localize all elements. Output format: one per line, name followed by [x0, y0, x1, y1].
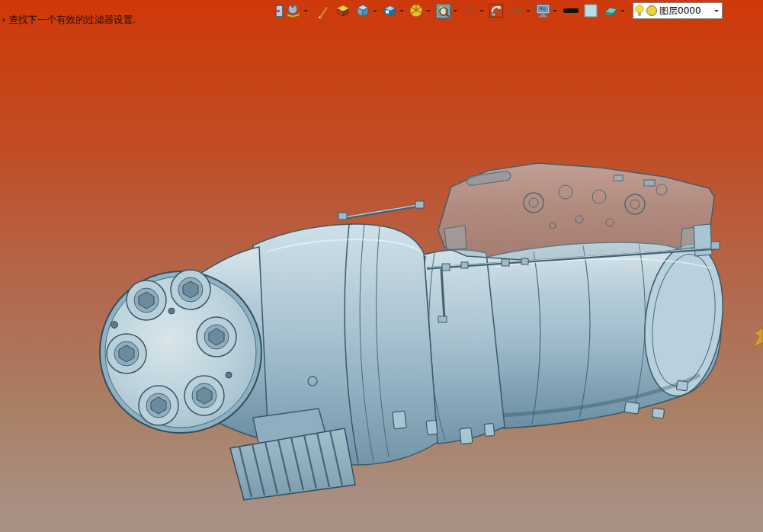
model-top-plate[interactable] — [438, 163, 714, 261]
prompt-bullet-icon: › — [2, 14, 5, 25]
bolt-head — [415, 201, 424, 208]
exit-icon — [270, 4, 284, 18]
dropdown-chevron-icon[interactable] — [619, 2, 626, 19]
display-monitor-button[interactable] — [534, 2, 551, 19]
material-button[interactable] — [285, 2, 302, 19]
model-bolt — [127, 280, 166, 320]
toolbar: 图层0000 — [268, 2, 723, 20]
sketch-pencil-button[interactable] — [315, 2, 332, 19]
dropdown-chevron-icon[interactable] — [302, 2, 309, 19]
exit-button[interactable] — [268, 2, 285, 19]
model-bolt — [139, 386, 178, 425]
dropdown-chevron-icon[interactable] — [478, 2, 485, 19]
model-face-hole — [111, 322, 118, 328]
dropdown-chevron-icon[interactable] — [524, 2, 531, 19]
model-face-hole — [226, 372, 232, 378]
bolt-head — [438, 316, 447, 322]
model-bolt — [107, 334, 146, 373]
bolt-head — [338, 213, 347, 220]
open-box-icon — [335, 3, 351, 18]
status-prompt: › 查找下一个有效的过滤器设置. — [2, 14, 136, 25]
line-width-icon — [563, 3, 579, 18]
model-face-hole — [168, 308, 175, 314]
pencil-icon — [316, 4, 331, 18]
layer-combobox[interactable]: 图层0000 — [633, 2, 723, 19]
solid-box-icon — [382, 3, 397, 18]
eraser-icon — [603, 3, 619, 18]
bolt-head — [461, 262, 468, 268]
line-width-button[interactable] — [563, 2, 579, 19]
lightbulb-icon — [635, 5, 644, 17]
cube-button[interactable] — [354, 2, 371, 19]
zoom-document-icon — [435, 3, 451, 19]
model-bolt — [197, 317, 236, 357]
model-right-cylinder[interactable] — [484, 240, 731, 428]
prompt-message: 查找下一个有效的过滤器设置. — [8, 14, 135, 25]
combo-dropdown-arrow-icon[interactable] — [712, 4, 720, 18]
crosshair-button[interactable] — [461, 2, 478, 19]
bolt-head — [521, 258, 528, 264]
zoom-document-button[interactable] — [434, 2, 451, 19]
layer-color-icon — [646, 5, 657, 16]
color-wheel-button[interactable] — [408, 2, 425, 19]
display-monitor-icon — [535, 3, 551, 19]
color-wheel-icon — [409, 3, 424, 18]
h-frame-button[interactable] — [508, 2, 524, 19]
h-frame-icon — [508, 3, 524, 18]
dropdown-chevron-icon[interactable] — [371, 2, 378, 19]
model-bolt — [184, 376, 224, 415]
rotate-view-icon — [489, 3, 504, 18]
color-swatch-button[interactable] — [582, 2, 599, 19]
solid-box-button[interactable] — [381, 2, 398, 19]
material-icon — [286, 3, 301, 18]
bolt-head — [442, 264, 450, 271]
cube-icon — [355, 3, 370, 18]
dropdown-chevron-icon[interactable] — [551, 2, 558, 19]
bolt-head — [711, 242, 720, 249]
bolt-head — [502, 259, 509, 266]
rotate-view-button[interactable] — [488, 2, 505, 19]
model-plate-bracket — [694, 224, 712, 256]
model-front-face[interactable] — [100, 270, 261, 433]
dropdown-chevron-icon[interactable] — [398, 2, 405, 19]
viewport-3d[interactable] — [0, 0, 763, 532]
eraser-button[interactable] — [602, 2, 619, 19]
open-box-button[interactable] — [335, 2, 351, 19]
color-swatch-icon — [583, 3, 598, 18]
model-bolt — [171, 270, 210, 309]
layer-name-value: 图层0000 — [659, 5, 710, 18]
crosshair-icon — [462, 3, 477, 18]
dropdown-chevron-icon[interactable] — [451, 2, 458, 19]
edge-marker-icon — [753, 328, 763, 348]
dropdown-chevron-icon[interactable] — [425, 2, 431, 19]
